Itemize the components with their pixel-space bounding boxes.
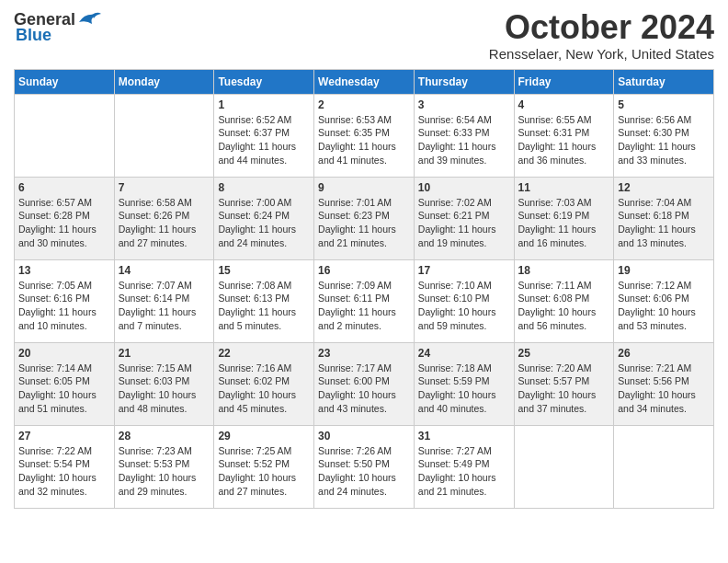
day-info: Sunrise: 7:04 AMSunset: 6:18 PMDaylight:… — [618, 196, 710, 250]
day-info: Sunrise: 6:54 AMSunset: 6:33 PMDaylight:… — [418, 113, 510, 167]
calendar-cell: 23Sunrise: 7:17 AMSunset: 6:00 PMDayligh… — [314, 342, 415, 425]
day-number: 23 — [318, 347, 410, 360]
day-info: Sunrise: 7:08 AMSunset: 6:13 PMDaylight:… — [218, 279, 310, 333]
day-number: 31 — [418, 430, 510, 442]
day-number: 14 — [119, 264, 210, 277]
page-header: General Blue October 2024 Rensselaer, Ne… — [14, 9, 714, 62]
day-info: Sunrise: 6:57 AMSunset: 6:28 PMDaylight:… — [18, 196, 110, 250]
calendar-cell: 21Sunrise: 7:15 AMSunset: 6:03 PMDayligh… — [114, 342, 214, 425]
day-number: 25 — [518, 347, 610, 360]
day-number: 13 — [18, 264, 110, 277]
calendar-cell: 11Sunrise: 7:03 AMSunset: 6:19 PMDayligh… — [514, 177, 614, 259]
day-info: Sunrise: 7:17 AMSunset: 6:00 PMDaylight:… — [318, 362, 410, 416]
column-header-wednesday: Wednesday — [314, 69, 415, 94]
day-info: Sunrise: 7:05 AMSunset: 6:16 PMDaylight:… — [18, 279, 110, 333]
calendar-cell: 2Sunrise: 6:53 AMSunset: 6:35 PMDaylight… — [314, 94, 415, 177]
day-number: 12 — [618, 181, 710, 194]
day-info: Sunrise: 7:18 AMSunset: 5:59 PMDaylight:… — [418, 362, 510, 416]
calendar-cell — [614, 425, 714, 508]
day-info: Sunrise: 7:11 AMSunset: 6:08 PMDaylight:… — [518, 279, 610, 333]
day-info: Sunrise: 6:53 AMSunset: 6:35 PMDaylight:… — [318, 113, 410, 167]
calendar-cell: 10Sunrise: 7:02 AMSunset: 6:21 PMDayligh… — [414, 177, 514, 259]
day-info: Sunrise: 7:01 AMSunset: 6:23 PMDaylight:… — [318, 196, 410, 250]
calendar-cell: 15Sunrise: 7:08 AMSunset: 6:13 PMDayligh… — [214, 259, 314, 342]
day-number: 22 — [218, 347, 310, 360]
day-number: 3 — [418, 98, 510, 111]
calendar-cell: 3Sunrise: 6:54 AMSunset: 6:33 PMDaylight… — [414, 94, 514, 177]
day-number: 15 — [218, 264, 310, 277]
column-header-friday: Friday — [514, 69, 614, 94]
day-info: Sunrise: 7:07 AMSunset: 6:14 PMDaylight:… — [119, 279, 210, 333]
calendar-cell: 9Sunrise: 7:01 AMSunset: 6:23 PMDaylight… — [314, 177, 415, 259]
day-number: 16 — [318, 264, 410, 277]
calendar-cell: 20Sunrise: 7:14 AMSunset: 6:05 PMDayligh… — [15, 342, 115, 425]
day-number: 7 — [119, 181, 210, 194]
calendar-cell — [514, 425, 614, 508]
day-info: Sunrise: 7:09 AMSunset: 6:11 PMDaylight:… — [318, 279, 410, 333]
day-number: 9 — [318, 181, 410, 194]
calendar-cell: 19Sunrise: 7:12 AMSunset: 6:06 PMDayligh… — [614, 259, 714, 342]
day-number: 19 — [618, 264, 710, 277]
calendar-cell: 25Sunrise: 7:20 AMSunset: 5:57 PMDayligh… — [514, 342, 614, 425]
day-number: 29 — [218, 430, 310, 442]
day-number: 10 — [418, 181, 510, 194]
day-info: Sunrise: 6:56 AMSunset: 6:30 PMDaylight:… — [618, 113, 710, 167]
column-header-tuesday: Tuesday — [214, 69, 314, 94]
day-number: 1 — [218, 98, 310, 111]
calendar-cell: 1Sunrise: 6:52 AMSunset: 6:37 PMDaylight… — [214, 94, 314, 177]
day-number: 28 — [119, 430, 210, 442]
calendar-week-2: 6Sunrise: 6:57 AMSunset: 6:28 PMDaylight… — [15, 177, 714, 259]
day-info: Sunrise: 7:02 AMSunset: 6:21 PMDaylight:… — [418, 196, 510, 250]
day-info: Sunrise: 7:00 AMSunset: 6:24 PMDaylight:… — [218, 196, 310, 250]
calendar-cell: 12Sunrise: 7:04 AMSunset: 6:18 PMDayligh… — [614, 177, 714, 259]
day-info: Sunrise: 7:12 AMSunset: 6:06 PMDaylight:… — [618, 279, 710, 333]
day-info: Sunrise: 6:52 AMSunset: 6:37 PMDaylight:… — [218, 113, 310, 167]
day-number: 4 — [518, 98, 610, 111]
location-title: Rensselaer, New York, United States — [489, 46, 714, 62]
calendar-cell: 14Sunrise: 7:07 AMSunset: 6:14 PMDayligh… — [114, 259, 214, 342]
column-header-saturday: Saturday — [614, 69, 714, 94]
calendar-table: SundayMondayTuesdayWednesdayThursdayFrid… — [14, 69, 714, 509]
day-number: 11 — [518, 181, 610, 194]
logo-bird-icon — [75, 9, 101, 29]
calendar-cell: 26Sunrise: 7:21 AMSunset: 5:56 PMDayligh… — [614, 342, 714, 425]
column-header-thursday: Thursday — [414, 69, 514, 94]
calendar-cell — [15, 94, 115, 177]
day-number: 21 — [119, 347, 210, 360]
day-info: Sunrise: 7:27 AMSunset: 5:49 PMDaylight:… — [418, 444, 510, 499]
calendar-cell — [114, 94, 214, 177]
day-info: Sunrise: 7:10 AMSunset: 6:10 PMDaylight:… — [418, 279, 510, 333]
day-info: Sunrise: 7:14 AMSunset: 6:05 PMDaylight:… — [18, 362, 110, 416]
day-info: Sunrise: 7:25 AMSunset: 5:52 PMDaylight:… — [218, 444, 310, 499]
calendar-cell: 8Sunrise: 7:00 AMSunset: 6:24 PMDaylight… — [214, 177, 314, 259]
calendar-cell: 30Sunrise: 7:26 AMSunset: 5:50 PMDayligh… — [314, 425, 415, 508]
column-header-sunday: Sunday — [15, 69, 115, 94]
day-info: Sunrise: 6:55 AMSunset: 6:31 PMDaylight:… — [518, 113, 610, 167]
day-number: 17 — [418, 264, 510, 277]
calendar-cell: 5Sunrise: 6:56 AMSunset: 6:30 PMDaylight… — [614, 94, 714, 177]
day-info: Sunrise: 6:58 AMSunset: 6:26 PMDaylight:… — [119, 196, 210, 250]
calendar-cell: 6Sunrise: 6:57 AMSunset: 6:28 PMDaylight… — [15, 177, 115, 259]
day-number: 5 — [618, 98, 710, 111]
calendar-week-3: 13Sunrise: 7:05 AMSunset: 6:16 PMDayligh… — [15, 259, 714, 342]
day-info: Sunrise: 7:15 AMSunset: 6:03 PMDaylight:… — [119, 362, 210, 416]
month-title: October 2024 — [489, 9, 714, 46]
day-info: Sunrise: 7:22 AMSunset: 5:54 PMDaylight:… — [18, 444, 110, 499]
logo: General Blue — [14, 9, 101, 45]
day-info: Sunrise: 7:16 AMSunset: 6:02 PMDaylight:… — [218, 362, 310, 416]
calendar-week-1: 1Sunrise: 6:52 AMSunset: 6:37 PMDaylight… — [15, 94, 714, 177]
day-number: 26 — [618, 347, 710, 360]
calendar-cell: 4Sunrise: 6:55 AMSunset: 6:31 PMDaylight… — [514, 94, 614, 177]
calendar-cell: 24Sunrise: 7:18 AMSunset: 5:59 PMDayligh… — [414, 342, 514, 425]
calendar-cell: 18Sunrise: 7:11 AMSunset: 6:08 PMDayligh… — [514, 259, 614, 342]
calendar-cell: 27Sunrise: 7:22 AMSunset: 5:54 PMDayligh… — [15, 425, 115, 508]
calendar-cell: 17Sunrise: 7:10 AMSunset: 6:10 PMDayligh… — [414, 259, 514, 342]
day-number: 24 — [418, 347, 510, 360]
day-info: Sunrise: 7:21 AMSunset: 5:56 PMDaylight:… — [618, 362, 710, 416]
day-number: 18 — [518, 264, 610, 277]
logo-text-blue: Blue — [16, 26, 51, 45]
calendar-header-row: SundayMondayTuesdayWednesdayThursdayFrid… — [15, 69, 714, 94]
day-number: 6 — [18, 181, 110, 194]
day-info: Sunrise: 7:26 AMSunset: 5:50 PMDaylight:… — [318, 444, 410, 499]
day-number: 8 — [218, 181, 310, 194]
